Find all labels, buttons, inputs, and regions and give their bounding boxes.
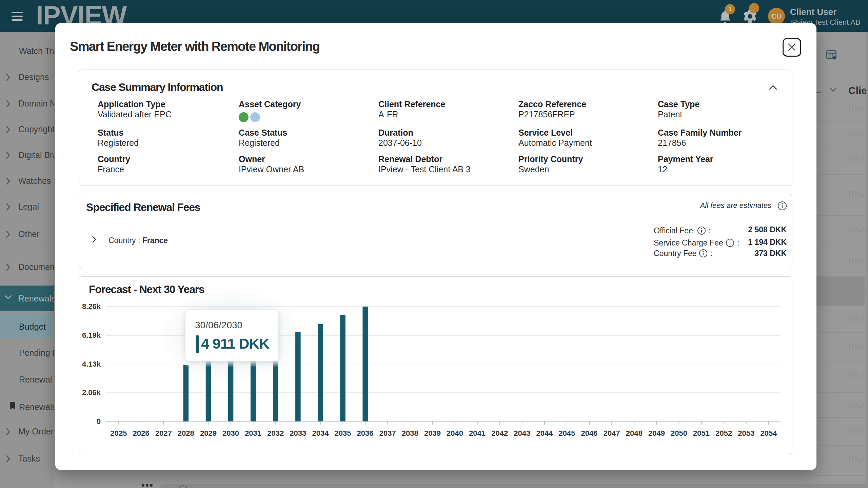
svg-text:2035: 2035 xyxy=(335,429,351,437)
svg-text:2048: 2048 xyxy=(626,429,643,437)
svg-text:2032: 2032 xyxy=(267,429,284,437)
svg-text:2033: 2033 xyxy=(290,429,306,437)
svg-text:2.06k: 2.06k xyxy=(82,388,101,397)
svg-text:2031: 2031 xyxy=(245,429,261,437)
svg-text:2052: 2052 xyxy=(715,429,732,437)
svg-text:2028: 2028 xyxy=(178,429,194,437)
svg-text:2036: 2036 xyxy=(357,429,374,437)
svg-text:2040: 2040 xyxy=(447,429,463,437)
svg-text:2050: 2050 xyxy=(671,429,687,437)
svg-text:2051: 2051 xyxy=(693,429,710,437)
svg-text:2039: 2039 xyxy=(424,429,441,437)
svg-text:2029: 2029 xyxy=(200,429,217,437)
svg-text:2053: 2053 xyxy=(738,429,754,437)
svg-text:0: 0 xyxy=(97,417,101,426)
svg-text:2046: 2046 xyxy=(581,429,598,437)
svg-text:2054: 2054 xyxy=(760,429,777,437)
svg-text:4.13k: 4.13k xyxy=(82,360,101,368)
svg-text:2044: 2044 xyxy=(536,429,553,437)
svg-text:2049: 2049 xyxy=(648,429,665,437)
svg-text:2030: 2030 xyxy=(222,429,239,437)
svg-text:2037: 2037 xyxy=(379,429,396,437)
svg-text:8.26k: 8.26k xyxy=(82,302,101,311)
svg-text:2025: 2025 xyxy=(111,429,127,437)
svg-text:2027: 2027 xyxy=(155,429,172,437)
svg-text:2041: 2041 xyxy=(469,429,486,437)
svg-text:2038: 2038 xyxy=(402,429,418,437)
svg-text:2047: 2047 xyxy=(604,429,620,437)
svg-text:2034: 2034 xyxy=(312,429,329,437)
svg-text:2043: 2043 xyxy=(514,429,530,437)
svg-text:2045: 2045 xyxy=(559,429,575,437)
svg-text:6.19k: 6.19k xyxy=(82,331,101,339)
svg-text:2042: 2042 xyxy=(491,429,508,437)
svg-text:2026: 2026 xyxy=(133,429,150,437)
